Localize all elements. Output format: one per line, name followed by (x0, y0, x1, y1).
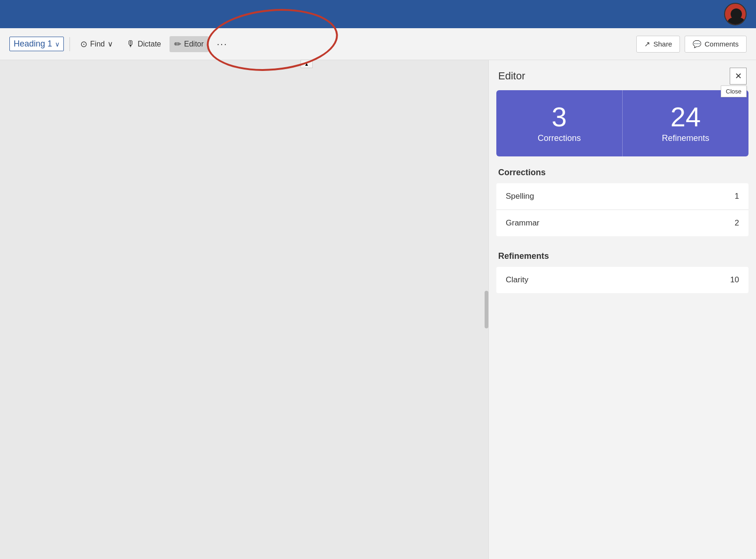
refinements-number: 24 (671, 103, 701, 131)
comments-button[interactable]: 💬 Comments (685, 36, 747, 53)
editor-panel-header: Editor ✕ Close (489, 60, 756, 90)
corrections-items: Spelling 1 Grammar 2 (496, 183, 748, 236)
close-tooltip: Close (721, 85, 747, 97)
toolbar: Heading 1 ∨ ⊙ Find ∨ 🎙 Dictate ✏ Editor … (0, 28, 756, 60)
collapse-arrow-icon: ▲ (304, 62, 309, 67)
corrections-section-title: Corrections (489, 164, 756, 183)
scroll-indicator[interactable] (485, 291, 488, 328)
find-chevron-icon: ∨ (108, 39, 113, 48)
clarity-count: 10 (730, 275, 739, 285)
close-x-icon: ✕ (735, 71, 742, 81)
refinements-label: Refinements (662, 133, 709, 143)
share-button[interactable]: ↗ Share (636, 36, 680, 53)
title-bar (0, 0, 756, 28)
editor-button[interactable]: ✏ Editor (170, 36, 208, 52)
spelling-row[interactable]: Spelling 1 (496, 183, 748, 210)
refinements-card[interactable]: 24 Refinements (623, 90, 748, 156)
more-icon: ··· (217, 39, 228, 49)
heading-label: Heading 1 (14, 39, 52, 49)
spelling-count: 1 (735, 192, 739, 201)
search-icon: ⊙ (80, 39, 87, 49)
share-label: Share (653, 40, 672, 48)
toolbar-divider-1 (69, 37, 70, 51)
share-icon: ↗ (644, 40, 650, 48)
refinements-section-title: Refinements (489, 248, 756, 267)
grammar-count: 2 (735, 218, 739, 228)
dictate-button[interactable]: 🎙 Dictate (122, 36, 166, 52)
clarity-label: Clarity (506, 275, 528, 285)
chevron-down-icon: ∨ (55, 40, 60, 48)
microphone-icon: 🎙 (126, 39, 135, 49)
user-avatar[interactable] (724, 3, 747, 25)
editor-panel-title: Editor (498, 70, 525, 82)
corrections-number: 3 (552, 103, 567, 131)
corrections-label: Corrections (538, 133, 581, 143)
corrections-section: Corrections Spelling 1 Grammar 2 (489, 164, 756, 244)
close-editor-button[interactable]: ✕ (730, 68, 747, 85)
collapse-button[interactable]: ▲ (301, 60, 313, 68)
editor-panel: Editor ✕ Close 3 Corrections 24 Refineme… (488, 60, 756, 559)
grammar-label: Grammar (506, 218, 540, 228)
heading-dropdown[interactable]: Heading 1 ∨ (9, 37, 64, 51)
toolbar-right: ↗ Share 💬 Comments (636, 36, 747, 53)
refinements-section: Refinements Clarity 10 (489, 248, 756, 301)
comments-icon: 💬 (693, 40, 702, 48)
find-label: Find (90, 40, 105, 48)
score-cards: 3 Corrections 24 Refinements (496, 90, 748, 156)
dictate-label: Dictate (138, 40, 161, 48)
document-area (0, 60, 488, 559)
find-button[interactable]: ⊙ Find ∨ (76, 36, 118, 52)
refinements-items: Clarity 10 (496, 267, 748, 293)
more-options-button[interactable]: ··· (212, 36, 232, 52)
comments-label: Comments (704, 40, 739, 48)
clarity-row[interactable]: Clarity 10 (496, 267, 748, 293)
corrections-card[interactable]: 3 Corrections (496, 90, 623, 156)
grammar-row[interactable]: Grammar 2 (496, 210, 748, 236)
editor-icon: ✏ (174, 39, 181, 49)
spelling-label: Spelling (506, 192, 534, 201)
editor-label: Editor (184, 40, 204, 48)
main-content: Editor ✕ Close 3 Corrections 24 Refineme… (0, 60, 756, 559)
